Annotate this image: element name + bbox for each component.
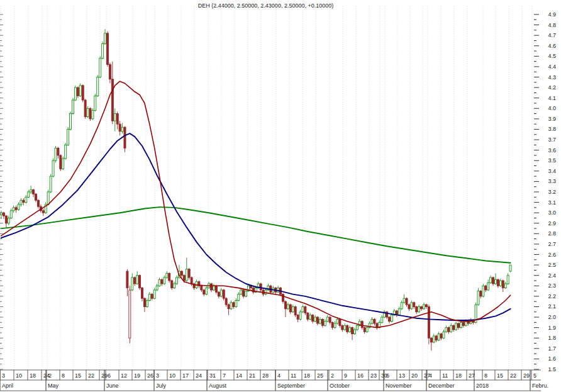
- svg-text:9: 9: [344, 372, 347, 379]
- svg-text:2.2: 2.2: [548, 293, 556, 300]
- svg-text:1.6: 1.6: [548, 356, 556, 362]
- svg-text:2.6: 2.6: [548, 252, 556, 258]
- svg-text:3.0: 3.0: [548, 210, 556, 216]
- svg-text:2.8: 2.8: [548, 230, 556, 237]
- svg-text:3.6: 3.6: [548, 147, 556, 154]
- svg-text:4.8: 4.8: [548, 22, 556, 28]
- svg-text:October: October: [330, 383, 350, 389]
- svg-text:4.6: 4.6: [548, 43, 556, 49]
- svg-text:22: 22: [88, 372, 94, 379]
- svg-text:April: April: [2, 383, 13, 389]
- svg-text:4.4: 4.4: [548, 64, 556, 70]
- ma-slow-green: [1, 207, 511, 263]
- svg-text:3.7: 3.7: [548, 137, 556, 143]
- svg-text:10: 10: [169, 372, 175, 379]
- svg-text:4: 4: [277, 372, 280, 379]
- svg-text:4.1: 4.1: [548, 95, 556, 101]
- svg-text:26: 26: [147, 372, 153, 379]
- svg-text:16: 16: [357, 372, 364, 379]
- svg-text:18: 18: [304, 372, 310, 379]
- svg-text:8: 8: [484, 372, 487, 379]
- svg-text:21: 21: [249, 372, 255, 379]
- svg-text:1.9: 1.9: [548, 325, 556, 331]
- svg-text:7: 7: [223, 372, 226, 379]
- svg-text:4.5: 4.5: [548, 53, 556, 59]
- svg-text:29: 29: [523, 372, 530, 379]
- svg-text:31: 31: [209, 372, 216, 379]
- svg-text:15: 15: [75, 372, 81, 379]
- svg-text:4.9: 4.9: [548, 11, 556, 18]
- candlesticks: [1, 29, 512, 350]
- svg-text:25: 25: [317, 372, 323, 379]
- svg-text:18: 18: [455, 372, 462, 379]
- svg-text:2018: 2018: [476, 383, 489, 389]
- svg-text:28: 28: [262, 372, 269, 379]
- svg-text:14: 14: [236, 372, 242, 379]
- svg-text:3.4: 3.4: [548, 168, 556, 174]
- svg-text:6: 6: [386, 372, 389, 379]
- svg-text:2.3: 2.3: [548, 283, 556, 289]
- svg-text:2: 2: [48, 372, 52, 379]
- svg-text:23: 23: [370, 372, 377, 379]
- svg-text:4.7: 4.7: [548, 32, 556, 38]
- svg-text:4.3: 4.3: [548, 74, 556, 81]
- y-axis: 1.51.61.71.81.92.02.12.22.32.42.52.62.72…: [0, 11, 556, 372]
- svg-text:17: 17: [182, 372, 189, 379]
- svg-text:18: 18: [30, 372, 36, 379]
- svg-text:May: May: [48, 383, 59, 389]
- svg-text:July: July: [156, 383, 167, 389]
- svg-text:11: 11: [291, 372, 296, 379]
- svg-text:August: August: [209, 383, 227, 389]
- svg-text:3.8: 3.8: [548, 126, 556, 132]
- svg-text:20: 20: [411, 372, 418, 379]
- svg-text:3: 3: [2, 372, 5, 379]
- svg-text:3.9: 3.9: [548, 116, 556, 122]
- svg-text:3.3: 3.3: [548, 178, 556, 184]
- svg-text:2.9: 2.9: [548, 220, 556, 227]
- svg-text:4.2: 4.2: [548, 84, 556, 91]
- svg-text:15: 15: [497, 372, 503, 379]
- svg-text:June: June: [106, 383, 119, 389]
- svg-text:November: November: [386, 383, 412, 389]
- svg-text:1.8: 1.8: [548, 335, 556, 341]
- svg-text:19: 19: [134, 372, 140, 379]
- svg-text:3.2: 3.2: [548, 189, 556, 195]
- price-chart: 1.51.61.71.81.92.02.12.22.32.42.52.62.72…: [0, 0, 561, 392]
- svg-text:1.5: 1.5: [548, 366, 556, 372]
- svg-text:2.5: 2.5: [548, 262, 556, 268]
- svg-text:2.4: 2.4: [548, 272, 556, 279]
- svg-text:4.0: 4.0: [548, 105, 556, 111]
- svg-text:2.1: 2.1: [548, 303, 556, 310]
- svg-text:4: 4: [429, 372, 432, 379]
- svg-text:10: 10: [16, 372, 22, 379]
- svg-text:13: 13: [399, 372, 405, 379]
- svg-text:5: 5: [533, 372, 536, 379]
- gridlines: [1, 6, 532, 370]
- x-axis: 3101824281522296121926310172431714212841…: [0, 370, 548, 391]
- svg-text:8: 8: [62, 372, 65, 379]
- svg-text:3: 3: [156, 372, 159, 379]
- svg-text:2.0: 2.0: [548, 314, 556, 320]
- svg-text:Febru.: Febru.: [532, 383, 548, 389]
- svg-text:22: 22: [510, 372, 516, 379]
- svg-text:December: December: [428, 383, 455, 389]
- svg-text:6: 6: [108, 372, 111, 379]
- svg-text:3.1: 3.1: [548, 199, 556, 206]
- svg-text:2: 2: [331, 372, 334, 379]
- svg-text:11: 11: [442, 372, 448, 379]
- svg-text:3.5: 3.5: [548, 157, 556, 164]
- svg-text:1.7: 1.7: [548, 345, 556, 352]
- svg-text:12: 12: [121, 372, 127, 379]
- svg-text:September: September: [277, 383, 305, 389]
- svg-text:2.7: 2.7: [548, 241, 556, 247]
- svg-text:24: 24: [196, 372, 202, 379]
- metastock-chart-window: DEH (2.44000, 2.50000, 2.43000, 2.50000,…: [0, 0, 561, 392]
